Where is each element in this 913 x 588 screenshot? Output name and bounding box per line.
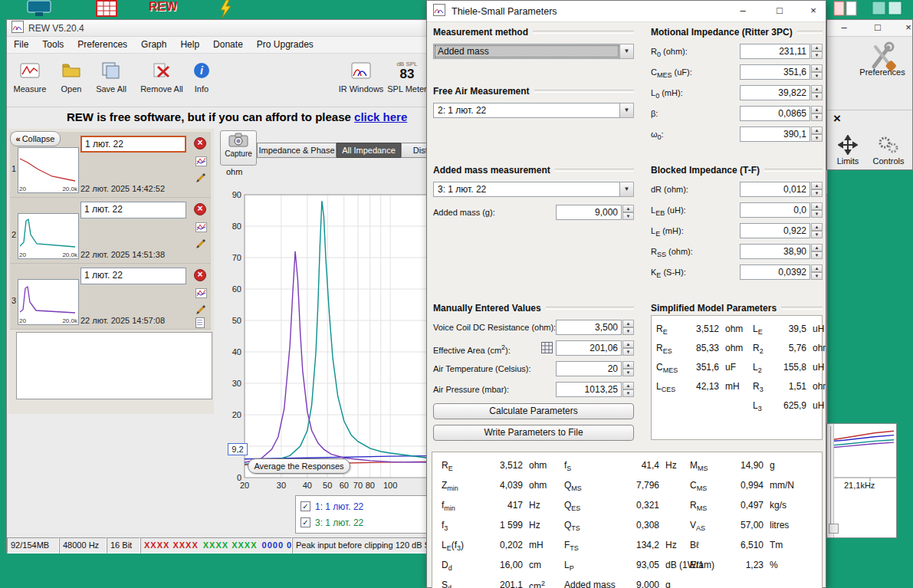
manual-value-spinner[interactable]: 201,06▲▼ [556, 340, 634, 356]
spinner-arrows[interactable]: ▲▼ [811, 244, 823, 259]
measurement-chart-icon[interactable] [195, 156, 207, 168]
dialog-titlebar[interactable]: Thiele-Small Parameters – □ × [427, 1, 826, 22]
close-button[interactable]: × [898, 20, 913, 37]
spinner-arrows[interactable]: ▲▼ [811, 64, 823, 80]
notes-icon[interactable] [195, 317, 207, 329]
motional-spinner[interactable]: 390,1▲▼ [740, 126, 823, 142]
spinner-arrows[interactable]: ▲▼ [811, 126, 823, 142]
spinner-arrows[interactable]: ▲▼ [622, 205, 634, 220]
banner-link[interactable]: click here [354, 110, 407, 123]
spinner-down-icon[interactable]: ▼ [811, 231, 823, 238]
spinner-up-icon[interactable]: ▲ [811, 85, 823, 93]
legend-checkbox[interactable]: ✓ [301, 501, 310, 511]
spinner-down-icon[interactable]: ▼ [811, 189, 823, 197]
spinner-down-icon[interactable]: ▼ [622, 389, 634, 397]
delete-measurement-button[interactable]: × [194, 137, 206, 149]
measurement-name-field[interactable]: 1 лют. 22 [80, 268, 186, 284]
spinner-up-icon[interactable]: ▲ [811, 264, 823, 272]
manual-value-spinner[interactable]: 3,500▲▼ [556, 320, 634, 335]
dialog-close-button[interactable]: × [796, 1, 830, 22]
spinner-down-icon[interactable]: ▼ [811, 272, 823, 280]
menu-tools[interactable]: Tools [35, 37, 71, 53]
spinner-arrows[interactable]: ▲▼ [622, 361, 634, 376]
spinner-down-icon[interactable]: ▼ [622, 348, 634, 356]
spinner-down-icon[interactable]: ▼ [622, 212, 634, 220]
delete-measurement-button[interactable]: × [194, 203, 206, 215]
desktop-icon-rew-text[interactable]: REW [149, 0, 177, 18]
corner-widget[interactable] [829, 524, 839, 534]
spinner-down-icon[interactable]: ▼ [811, 93, 823, 100]
spinner-up-icon[interactable]: ▲ [811, 182, 823, 189]
maximize-button[interactable]: □ [867, 20, 888, 37]
menu-preferences[interactable]: Preferences [71, 37, 134, 53]
spinner-arrows[interactable]: ▲▼ [622, 340, 634, 356]
calculate-parameters-button[interactable]: Calculate Parameters [433, 403, 634, 419]
toolbar-open-button[interactable]: Open [53, 57, 90, 94]
motional-spinner[interactable]: 39,822▲▼ [740, 85, 823, 100]
spinner-arrows[interactable]: ▲▼ [811, 106, 823, 121]
edit-pencil-icon[interactable] [195, 238, 207, 250]
edit-pencil-icon[interactable] [195, 172, 207, 184]
measurement-method-combo[interactable]: Added mass▼ [433, 44, 634, 59]
spinner-down-icon[interactable]: ▼ [811, 134, 823, 142]
spinner-up-icon[interactable]: ▲ [811, 223, 823, 231]
combo-arrow-icon[interactable]: ▼ [620, 103, 634, 118]
blocked-spinner[interactable]: 0,012▲▼ [740, 182, 823, 197]
toolbar-measure-button[interactable]: Measure [10, 57, 50, 94]
desktop-icon-monitor[interactable] [21, 0, 57, 18]
measurement-chart-icon[interactable] [195, 288, 207, 300]
measurement-item[interactable]: 22020,0k1 лют. 22×22 лют. 2025 14:51:38 [10, 198, 211, 264]
desktop-icon-grid[interactable] [89, 0, 124, 18]
toolbar-info-button[interactable]: iInfo [186, 57, 217, 94]
blocked-spinner[interactable]: 0,0392▲▼ [740, 264, 823, 280]
menu-file[interactable]: File [7, 37, 35, 53]
delete-measurement-button[interactable]: × [194, 269, 206, 281]
motional-spinner[interactable]: 351,6▲▼ [740, 64, 823, 80]
manual-value-spinner[interactable]: 1013,25▲▼ [556, 382, 634, 397]
spinner-arrows[interactable]: ▲▼ [622, 382, 634, 397]
write-parameters-button[interactable]: Write Parameters to File [433, 425, 634, 441]
toolbar-preferences-button[interactable]: Preferences [855, 44, 910, 77]
spinner-down-icon[interactable]: ▼ [811, 251, 823, 259]
spinner-down-icon[interactable]: ▼ [811, 72, 823, 80]
spinner-arrows[interactable]: ▲▼ [811, 44, 823, 59]
desktop-icon-doc-pink[interactable] [833, 0, 859, 18]
legend-checkbox[interactable]: ✓ [301, 517, 310, 527]
menu-help[interactable]: Help [173, 37, 206, 53]
combo-arrow-icon[interactable]: ▼ [620, 44, 634, 59]
window-titlebar[interactable]: – □ × [827, 20, 912, 37]
dialog-maximize-button[interactable]: □ [763, 1, 796, 22]
dialog-minimize-button[interactable]: – [726, 1, 760, 22]
spinner-up-icon[interactable]: ▲ [811, 202, 823, 210]
spinner-up-icon[interactable]: ▲ [622, 361, 634, 369]
limits-button[interactable]: Limits [830, 133, 865, 166]
graph-scrollbar[interactable] [827, 424, 834, 537]
spinner-down-icon[interactable]: ▼ [622, 327, 634, 335]
spinner-up-icon[interactable]: ▲ [811, 106, 823, 113]
blocked-spinner[interactable]: 0,922▲▼ [740, 223, 823, 238]
minimize-button[interactable]: – [833, 20, 855, 37]
spinner-arrows[interactable]: ▲▼ [811, 223, 823, 238]
spinner-down-icon[interactable]: ▼ [811, 113, 823, 121]
desktop-icon-lightning[interactable] [218, 0, 236, 18]
toolbar-remove-all-button[interactable]: Remove All [137, 57, 186, 94]
added-mass-spinner[interactable]: 9,000▲▼ [556, 205, 634, 220]
toolbar-spl-meter-button[interactable]: dB SPL83SPL Meter [384, 57, 430, 94]
combo-arrow-icon[interactable]: ▼ [620, 182, 634, 197]
controls-button[interactable]: Controls [867, 133, 910, 166]
spinner-down-icon[interactable]: ▼ [622, 369, 634, 376]
tab-impedance-phase[interactable]: Impedance & Phase [257, 143, 337, 158]
banner-close-icon[interactable]: × [830, 113, 844, 126]
measurement-name-field[interactable]: 1 лют. 22 [80, 202, 186, 218]
blocked-spinner[interactable]: 38,90▲▼ [740, 244, 823, 259]
spinner-down-icon[interactable]: ▼ [811, 51, 823, 59]
menu-pro-upgrades[interactable]: Pro Upgrades [250, 37, 320, 53]
spinner-arrows[interactable]: ▲▼ [811, 85, 823, 100]
spinner-up-icon[interactable]: ▲ [811, 244, 823, 251]
motional-spinner[interactable]: 0,0865▲▼ [740, 106, 823, 121]
spinner-arrows[interactable]: ▲▼ [622, 320, 634, 335]
spinner-up-icon[interactable]: ▲ [811, 126, 823, 134]
spinner-up-icon[interactable]: ▲ [622, 320, 634, 327]
spinner-up-icon[interactable]: ▲ [622, 340, 634, 348]
capture-button[interactable]: Capture [220, 130, 257, 166]
